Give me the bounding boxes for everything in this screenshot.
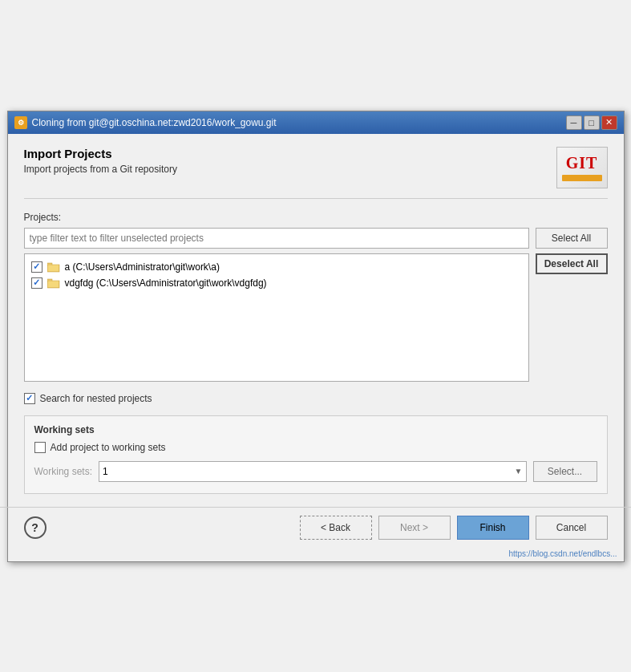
main-window: ⚙ Cloning from git@git.oschina.net:zwd20… — [7, 111, 625, 562]
back-button[interactable]: < Back — [300, 516, 372, 540]
help-button[interactable]: ? — [24, 516, 47, 539]
nested-projects-checkbox[interactable] — [24, 393, 35, 404]
projects-section: Projects: Select All — [24, 212, 608, 382]
select-all-button[interactable]: Select All — [536, 228, 608, 249]
deselect-all-button[interactable]: Deselect All — [536, 253, 608, 274]
dialog-content: Import Projects Import projects from a G… — [8, 134, 624, 494]
folder-icon-2 — [47, 277, 60, 289]
working-sets-row: Working sets: 1 ▼ Select... — [34, 461, 597, 482]
window-title: Cloning from git@git.oschina.net:zwd2016… — [32, 117, 277, 128]
combo-value: 1 — [103, 466, 108, 477]
finish-button[interactable]: Finish — [457, 516, 529, 540]
window-controls: ─ □ ✕ — [566, 115, 617, 130]
projects-label: Projects: — [24, 212, 608, 223]
svg-rect-5 — [48, 281, 59, 287]
dialog-header: Import Projects Import projects from a G… — [24, 147, 608, 199]
nested-projects-label: Search for nested projects — [40, 393, 152, 404]
working-sets-combo[interactable]: 1 ▼ — [99, 461, 527, 482]
add-working-sets-checkbox[interactable] — [34, 442, 46, 453]
side-buttons: Deselect All — [536, 253, 608, 274]
add-working-sets-label: Add project to working sets — [51, 442, 166, 453]
watermark: https://blog.csdn.net/endlbcs... — [8, 548, 624, 561]
working-sets-group: Working sets Add project to working sets… — [24, 415, 608, 494]
nested-projects-row: Search for nested projects — [24, 393, 608, 404]
minimize-button[interactable]: ─ — [566, 115, 582, 130]
working-sets-title: Working sets — [34, 424, 597, 435]
git-logo-bar — [562, 175, 602, 181]
git-logo: GIT — [556, 147, 608, 188]
svg-rect-2 — [48, 265, 59, 271]
git-logo-text: GIT — [566, 154, 598, 172]
combo-arrow-icon: ▼ — [515, 467, 523, 476]
working-sets-field-label: Working sets: — [34, 466, 92, 477]
header-text: Import Projects Import projects from a G… — [24, 147, 177, 175]
cancel-button[interactable]: Cancel — [536, 516, 608, 540]
dialog-subtitle: Import projects from a Git repository — [24, 164, 177, 175]
close-button[interactable]: ✕ — [601, 115, 617, 130]
folder-icon-1 — [47, 261, 60, 273]
app-icon: ⚙ — [14, 116, 27, 129]
title-bar-left: ⚙ Cloning from git@git.oschina.net:zwd20… — [14, 116, 277, 129]
maximize-button[interactable]: □ — [584, 115, 600, 130]
add-to-working-sets-row: Add project to working sets — [34, 442, 597, 453]
project-checkbox-2[interactable] — [31, 277, 42, 289]
dialog-footer: ? < Back Next > Finish Cancel — [8, 508, 624, 548]
next-button[interactable]: Next > — [378, 516, 451, 540]
title-bar: ⚙ Cloning from git@git.oschina.net:zwd20… — [8, 111, 624, 134]
list-item[interactable]: vdgfdg (C:\Users\Administrator\git\work\… — [28, 275, 525, 291]
projects-list: a (C:\Users\Administrator\git\work\a) vd… — [24, 253, 529, 382]
filter-input[interactable] — [24, 228, 529, 249]
select-working-sets-button[interactable]: Select... — [533, 461, 597, 482]
projects-list-container: a (C:\Users\Administrator\git\work\a) vd… — [24, 253, 608, 382]
filter-row: Select All — [24, 228, 608, 249]
project-name-1: a (C:\Users\Administrator\git\work\a) — [65, 261, 220, 273]
project-name-2: vdgfdg (C:\Users\Administrator\git\work\… — [65, 277, 267, 289]
dialog-title: Import Projects — [24, 147, 177, 160]
project-checkbox-1[interactable] — [31, 261, 42, 273]
list-item[interactable]: a (C:\Users\Administrator\git\work\a) — [28, 259, 525, 275]
